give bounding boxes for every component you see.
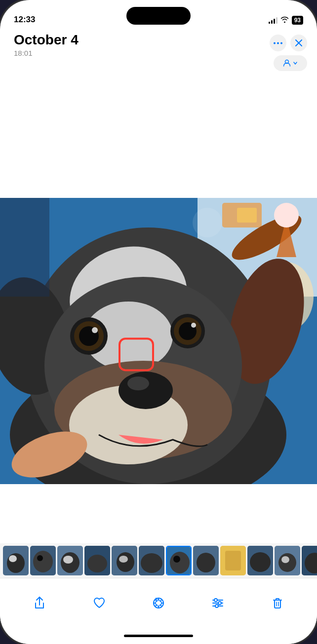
thumbnail-1[interactable] — [3, 546, 29, 575]
thumbnail-4[interactable] — [84, 546, 110, 575]
svg-rect-9 — [237, 208, 257, 223]
status-time: 12:33 — [14, 15, 35, 25]
thumbnail-9[interactable] — [220, 546, 246, 575]
thumbnail-2[interactable] — [30, 546, 56, 575]
phone-frame: 12:33 93 — [0, 0, 317, 644]
photo-header: October 4 18:01 — [0, 29, 317, 77]
red-selection-box — [119, 338, 154, 371]
svg-point-73 — [214, 599, 217, 602]
svg-point-55 — [173, 556, 180, 563]
svg-point-57 — [197, 553, 215, 572]
svg-point-33 — [127, 377, 149, 390]
svg-point-52 — [141, 553, 162, 573]
svg-point-75 — [215, 605, 218, 607]
thumbnail-5[interactable] — [112, 546, 137, 575]
thumbnail-8[interactable] — [193, 546, 219, 575]
signal-bar-2 — [271, 20, 273, 24]
signal-icon — [269, 17, 277, 24]
svg-point-31 — [191, 323, 196, 328]
film-strip — [0, 543, 317, 578]
bottom-toolbar — [0, 578, 317, 627]
thumbnail-7[interactable] — [166, 546, 192, 575]
svg-point-0 — [274, 42, 276, 44]
svg-rect-35 — [0, 198, 49, 297]
cleanup-button[interactable] — [146, 591, 171, 615]
svg-point-39 — [9, 555, 17, 562]
bottom-spacer — [0, 484, 317, 543]
wifi-icon — [280, 16, 289, 24]
favorite-button[interactable] — [87, 591, 112, 615]
svg-point-12 — [274, 203, 299, 227]
content-spacer — [0, 77, 317, 198]
more-button[interactable] — [270, 35, 286, 51]
thumbnail-10[interactable] — [247, 546, 273, 575]
svg-point-2 — [280, 42, 282, 44]
svg-rect-59 — [225, 551, 241, 570]
person-button[interactable] — [274, 55, 307, 71]
svg-point-41 — [33, 551, 53, 572]
battery-icon: 93 — [292, 16, 303, 25]
photo-time: 18:01 — [14, 49, 79, 57]
svg-point-50 — [119, 556, 128, 563]
battery-level: 93 — [294, 17, 301, 24]
dynamic-island — [126, 7, 191, 25]
svg-point-38 — [7, 553, 25, 573]
svg-point-42 — [37, 555, 43, 561]
delete-button[interactable] — [265, 591, 290, 615]
svg-point-36 — [193, 208, 222, 237]
svg-point-47 — [87, 555, 107, 572]
header-right — [270, 33, 307, 71]
thumbnail-11[interactable] — [275, 546, 300, 575]
svg-point-27 — [92, 327, 98, 333]
home-indicator — [0, 627, 317, 644]
svg-point-1 — [277, 42, 279, 44]
photo-container[interactable] — [0, 198, 317, 484]
svg-point-74 — [218, 602, 221, 605]
home-bar — [124, 635, 193, 637]
header-left: October 4 18:01 — [14, 33, 79, 57]
svg-point-45 — [63, 556, 73, 564]
edit-button[interactable] — [205, 591, 230, 615]
thumbnail-12[interactable] — [302, 546, 317, 575]
svg-point-64 — [281, 556, 289, 563]
thumbnail-6[interactable] — [139, 546, 164, 575]
phone-screen: 12:33 93 — [0, 0, 317, 644]
svg-point-54 — [170, 552, 190, 573]
share-button[interactable] — [27, 591, 52, 615]
photo-date: October 4 — [14, 33, 79, 48]
signal-bar-4 — [276, 17, 277, 24]
svg-point-32 — [119, 372, 173, 409]
signal-bar-3 — [274, 19, 275, 24]
thumbnail-3[interactable] — [57, 546, 83, 575]
header-buttons — [270, 35, 307, 51]
close-button[interactable] — [290, 35, 307, 51]
signal-bar-1 — [269, 22, 270, 24]
status-icons: 93 — [269, 16, 303, 25]
svg-point-61 — [250, 552, 271, 572]
